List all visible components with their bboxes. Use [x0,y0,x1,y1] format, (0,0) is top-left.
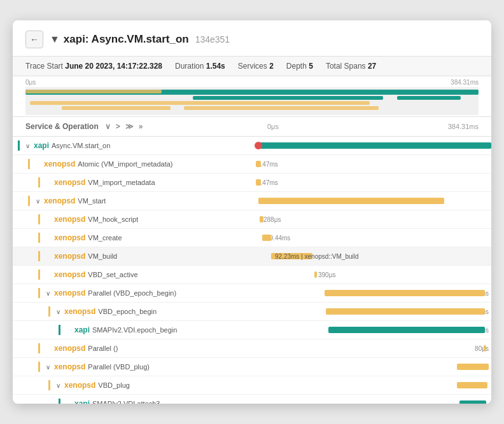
indent-bar [38,251,40,261]
table-row[interactable]: xenopsd VM_create 19.44ms [13,229,491,247]
duration-label: Duration 1.54s [175,62,225,71]
row-collapse-btn[interactable] [43,177,53,188]
indent-bar [48,380,50,390]
timeline-end: 384.31ms [451,79,479,86]
table-row[interactable]: xenopsd Atomic (VM_import_metadata) 1.47… [13,155,491,174]
operation-name: SMAPIv2.VDI.epoch_begin [92,326,177,334]
row-service-cell: ∨ xenopsd VM_start [13,194,255,208]
overview-chart [25,87,479,115]
back-button[interactable]: ← [25,31,43,48]
trace-window: ← ▼ xapi: Async.VM.start_on 134e351 Trac… [13,20,491,404]
row-timeline-cell: 80μs [255,339,491,357]
service-tag: xapi [74,399,90,404]
row-collapse-btn[interactable] [43,233,53,243]
span-bar [328,327,485,333]
trace-table-header: Service & Operation ∨ > ≫ » 0μs 384.31ms [13,117,491,137]
span-label: 92.23ms | xenopsd::VM_build [275,253,359,260]
table-row[interactable]: ∨ xenopsd Parallel (VBD_plug) [13,358,491,376]
operation-name: VBD_set_active [88,271,137,278]
service-tag: xenopsd [54,252,85,261]
table-row[interactable]: xenopsd VM_build 92.23ms | xenopsd::VM_b… [13,247,491,266]
operation-name: Atomic (VM_import_metadata) [78,160,172,168]
trace-id: 134e351 [195,34,230,44]
timeline-overview: 0μs 384.31ms [13,76,491,117]
row-service-cell: ∨ xenopsd Parallel (VBD_plug) [13,360,255,374]
service-tag: xenopsd [44,196,75,205]
operation-name: VM_create [88,234,122,242]
row-timeline-cell: 164.92ms [255,303,491,320]
service-tag: xenopsd [64,307,95,316]
table-row[interactable]: ∨ xenopsd VBD_plug [13,376,491,395]
table-row[interactable]: xenopsd VBD_set_active 390μs [13,266,491,284]
row-collapse-btn[interactable] [43,251,53,261]
back-icon: ← [30,34,39,44]
row-collapse-btn[interactable] [43,214,53,224]
service-tag: xenopsd [64,381,95,390]
table-row[interactable]: ∨ xenopsd VBD_epoch_begin 164.92ms [13,303,491,321]
table-row[interactable]: ∨ xapi Async.VM.start_on [13,137,491,155]
service-tag: xenopsd [54,270,85,279]
span-bar [457,364,489,370]
indent-bar [38,177,40,188]
row-timeline-cell [255,137,491,154]
row-service-cell: xenopsd Parallel () [13,341,255,355]
table-row[interactable]: xenopsd VM_import_metadata 1.47ms [13,174,491,192]
row-timeline-cell: 390μs [255,266,491,284]
row-timeline-cell [255,376,491,394]
row-timeline-cell: 288μs [255,210,491,228]
span-bar [314,271,317,278]
row-collapse-btn[interactable] [43,270,53,280]
row-collapse-btn[interactable]: ∨ [22,140,32,151]
span-dot [255,142,262,149]
more-btn[interactable]: » [137,122,144,131]
service-tag: xapi [74,325,90,334]
table-row[interactable]: xenopsd Parallel () 80μs [13,339,491,358]
operation-name: VM_build [88,252,117,260]
service-tag: xenopsd [54,178,85,187]
row-collapse-btn[interactable]: ∨ [32,196,43,206]
indent-bar [28,196,30,206]
collapse-icon[interactable]: ▼ [50,34,60,45]
time-label: 288μs [263,216,281,223]
service-tag: xapi [34,141,49,150]
indent-bar [59,325,60,335]
indent-bar [38,233,40,243]
trace-start-label: Trace Start June 20 2023, 14:17:22.328 [25,62,162,71]
row-timeline-cell: 19.44ms [255,229,491,247]
span-bar [457,382,487,388]
indent-bar [18,140,20,151]
row-collapse-btn[interactable] [32,159,43,169]
operation-name: Async.VM.start_on [52,142,110,149]
row-service-cell: xenopsd VM_build [13,249,255,263]
indent-bar [38,288,40,298]
row-service-cell: xenopsd VBD_set_active [13,268,255,282]
time-label: 390μs [318,271,335,278]
table-row[interactable]: xenopsd VM_hook_script 288μs [13,210,491,229]
row-collapse-btn[interactable] [63,325,73,335]
operation-name: VM_import_metadata [88,179,155,186]
row-collapse-btn[interactable]: ∨ [43,288,53,298]
page-header: ← ▼ xapi: Async.VM.start_on 134e351 [13,20,491,57]
service-tag: xenopsd [44,160,75,168]
collapse-all-btn[interactable]: ∨ [104,122,112,131]
operation-name: Parallel () [88,345,118,352]
operation-name: VBD_epoch_begin [98,308,157,315]
table-row[interactable]: xapi SMAPIv2.VDI.attach3 [13,395,491,404]
row-service-cell: xenopsd VM_create [13,231,255,245]
row-collapse-btn[interactable]: ∨ [43,362,53,372]
operation-name: VBD_plug [98,381,130,389]
table-row[interactable]: ∨ xenopsd Parallel (VBD_epoch_begin) 165… [13,284,491,303]
span-bar [326,308,485,315]
title-area: ▼ xapi: Async.VM.start_on 134e351 [50,33,230,46]
row-service-cell: xenopsd Atomic (VM_import_metadata) [13,157,255,171]
expand-btn[interactable]: > [115,122,122,131]
row-collapse-btn[interactable]: ∨ [53,380,63,390]
table-row[interactable]: xapi SMAPIv2.VDI.epoch_begin 162.33ms [13,321,491,339]
row-timeline-cell [255,358,491,376]
expand-all-btn[interactable]: ≫ [124,122,135,131]
row-collapse-btn[interactable] [43,343,53,353]
row-collapse-btn[interactable] [63,399,73,404]
table-row[interactable]: ∨ xenopsd VM_start [13,192,491,210]
row-collapse-btn[interactable]: ∨ [53,306,63,317]
depth-label: Depth 5 [286,62,313,71]
